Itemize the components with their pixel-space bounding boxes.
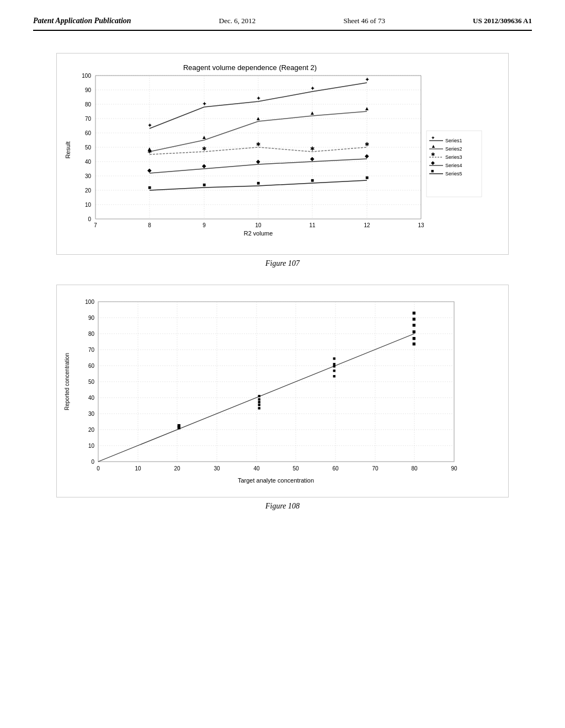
svg-text:70: 70: [372, 465, 379, 472]
svg-text:◆: ◆: [431, 160, 435, 165]
svg-text:20: 20: [88, 427, 95, 433]
svg-text:✱: ✱: [256, 141, 260, 147]
svg-text:▲: ▲: [431, 143, 436, 149]
svg-text:90: 90: [85, 87, 92, 93]
svg-text:50: 50: [292, 465, 299, 472]
svg-text:■: ■: [333, 363, 335, 369]
svg-text:■: ■: [258, 393, 260, 399]
figure-107-caption: Figure 107: [56, 259, 509, 268]
svg-text:40: 40: [88, 395, 95, 401]
svg-text:▲: ▲: [364, 105, 370, 111]
svg-text:▲: ▲: [310, 110, 315, 116]
svg-text:20: 20: [85, 188, 92, 194]
svg-text:■: ■: [412, 328, 416, 335]
svg-text:■: ■: [365, 174, 369, 180]
chart-107-xlabel: R2 volume: [244, 230, 273, 237]
legend-series5: Series5: [445, 171, 462, 176]
chart-107-ylabel: Result: [65, 141, 71, 158]
svg-text:40: 40: [253, 465, 260, 472]
svg-text:▲: ▲: [201, 134, 207, 140]
svg-text:■: ■: [431, 168, 434, 174]
svg-text:13: 13: [418, 222, 424, 228]
svg-text:◆: ◆: [365, 153, 369, 159]
page: Patent Application Publication Dec. 6, 2…: [0, 0, 565, 728]
svg-text:✱: ✱: [310, 146, 315, 152]
svg-text:10: 10: [255, 222, 262, 228]
svg-text:✦: ✦: [147, 122, 152, 129]
chart-107-title: Reagent volume dependence (Reagent 2): [183, 63, 317, 72]
svg-text:0: 0: [88, 216, 91, 222]
svg-text:✦: ✦: [365, 76, 370, 83]
figure-108-chart: .gridline2 { stroke: #ccc; stroke-width:…: [56, 285, 509, 497]
figure-107-container: Reagent volume dependence (Reagent 2) Re…: [56, 53, 509, 268]
svg-text:30: 30: [88, 411, 95, 417]
publication-label: Patent Application Publication: [33, 17, 131, 25]
svg-text:✱: ✱: [147, 148, 152, 154]
legend-series3: Series3: [445, 154, 462, 160]
svg-text:12: 12: [364, 222, 370, 228]
svg-text:■: ■: [412, 309, 416, 316]
svg-text:■: ■: [148, 184, 151, 190]
svg-text:30: 30: [214, 465, 220, 472]
svg-text:✱: ✱: [202, 146, 206, 152]
sheet-info: Sheet 46 of 73: [343, 17, 385, 25]
figure-107-chart: Reagent volume dependence (Reagent 2) Re…: [56, 53, 509, 255]
svg-text:▲: ▲: [255, 115, 261, 121]
svg-text:■: ■: [258, 405, 260, 411]
svg-text:✦: ✦: [202, 100, 207, 107]
svg-text:✦: ✦: [256, 95, 261, 101]
svg-text:90: 90: [451, 465, 457, 472]
svg-text:■: ■: [412, 340, 416, 347]
svg-text:✦: ✦: [431, 135, 435, 141]
svg-text:10: 10: [85, 202, 92, 208]
svg-text:10: 10: [88, 443, 95, 449]
svg-text:10: 10: [135, 465, 141, 472]
svg-text:50: 50: [88, 379, 95, 385]
chart-108-xlabel: Target analyte concentration: [238, 477, 314, 484]
svg-text:70: 70: [88, 347, 95, 353]
svg-text:9: 9: [202, 222, 206, 228]
svg-text:20: 20: [174, 465, 180, 472]
svg-text:■: ■: [258, 399, 260, 405]
svg-text:✱: ✱: [365, 141, 369, 147]
svg-text:50: 50: [85, 144, 92, 151]
svg-text:0: 0: [97, 465, 100, 472]
svg-text:■: ■: [202, 181, 206, 188]
svg-text:8: 8: [148, 222, 151, 228]
svg-text:100: 100: [82, 73, 91, 79]
legend-series1: Series1: [445, 138, 462, 143]
svg-text:■: ■: [333, 356, 335, 361]
svg-text:■: ■: [412, 322, 416, 328]
svg-text:◆: ◆: [147, 167, 152, 173]
publication-date: Dec. 6, 2012: [219, 17, 255, 25]
svg-text:60: 60: [88, 363, 95, 369]
svg-text:60: 60: [85, 130, 92, 136]
svg-text:■: ■: [333, 373, 335, 379]
svg-text:70: 70: [85, 116, 92, 122]
svg-text:■: ■: [257, 180, 260, 186]
svg-text:0: 0: [91, 459, 94, 465]
svg-text:■: ■: [177, 422, 181, 429]
svg-text:80: 80: [85, 101, 92, 108]
svg-text:11: 11: [309, 222, 316, 228]
svg-text:60: 60: [332, 465, 339, 472]
svg-text:80: 80: [88, 331, 95, 337]
chart-108-ylabel: Reported concentration: [64, 353, 70, 410]
svg-text:80: 80: [411, 465, 418, 472]
svg-text:◆: ◆: [256, 158, 260, 164]
svg-text:7: 7: [94, 222, 97, 228]
svg-text:100: 100: [85, 299, 94, 305]
page-header: Patent Application Publication Dec. 6, 2…: [33, 17, 532, 31]
patent-number: US 2012/309636 A1: [473, 17, 532, 25]
svg-text:90: 90: [88, 315, 95, 321]
figure-108-caption: Figure 108: [56, 502, 509, 511]
svg-text:◆: ◆: [202, 163, 206, 169]
figure-108-container: .gridline2 { stroke: #ccc; stroke-width:…: [56, 285, 509, 511]
svg-text:■: ■: [311, 177, 314, 183]
legend-series4: Series4: [445, 163, 462, 168]
svg-text:✦: ✦: [310, 85, 315, 92]
svg-text:40: 40: [85, 159, 92, 165]
svg-text:◆: ◆: [310, 156, 315, 162]
figure-107-svg: Reagent volume dependence (Reagent 2) Re…: [62, 59, 493, 247]
svg-text:30: 30: [85, 173, 92, 179]
